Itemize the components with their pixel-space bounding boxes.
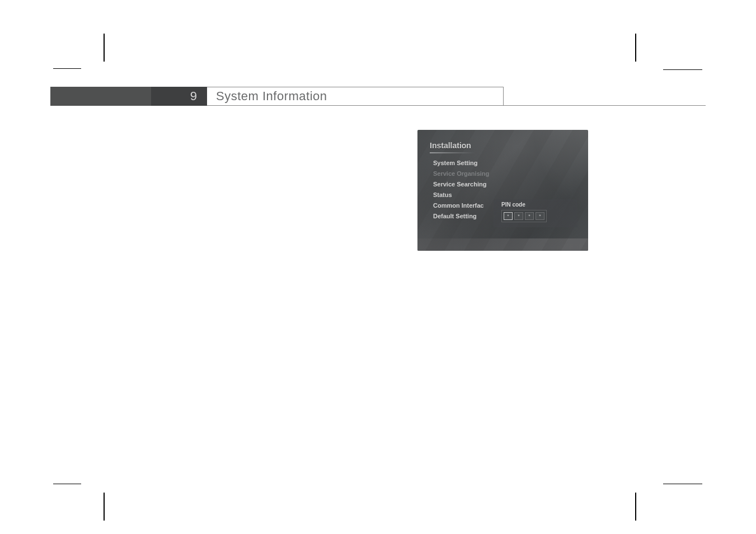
pin-digit-2[interactable]: * bbox=[514, 212, 523, 220]
section-title-label: System Information bbox=[216, 89, 327, 104]
menu-item-status[interactable]: Status bbox=[433, 190, 489, 200]
pin-code-label: PIN code bbox=[501, 202, 569, 208]
crop-mark bbox=[53, 68, 81, 69]
pin-digit-1[interactable]: * bbox=[504, 212, 513, 220]
menu-items: System Setting Service Organising Servic… bbox=[433, 158, 489, 222]
menu-item-common-interface[interactable]: Common Interfac bbox=[433, 200, 489, 211]
menu-underline bbox=[430, 152, 475, 153]
pin-digit-3[interactable]: * bbox=[525, 212, 534, 220]
section-number-box: 9 bbox=[151, 87, 207, 106]
pin-code-panel: PIN code * * * * bbox=[501, 202, 569, 222]
crop-mark bbox=[104, 493, 105, 521]
menu-item-system-setting[interactable]: System Setting bbox=[433, 158, 489, 168]
menu-item-default-setting[interactable]: Default Setting bbox=[433, 211, 489, 222]
crop-mark bbox=[53, 484, 81, 484]
header-rule bbox=[504, 105, 706, 106]
crop-mark bbox=[663, 484, 702, 484]
section-title: System Information bbox=[207, 87, 504, 106]
section-header: 9 System Information bbox=[50, 87, 706, 106]
crop-mark bbox=[635, 34, 636, 62]
menu-item-service-searching[interactable]: Service Searching bbox=[433, 179, 489, 190]
pin-input-group[interactable]: * * * * bbox=[501, 210, 547, 222]
crop-mark bbox=[663, 69, 702, 70]
installation-menu-screenshot: Installation System Setting Service Orga… bbox=[417, 130, 588, 251]
screenshot-footer-band bbox=[417, 238, 588, 251]
crop-mark bbox=[104, 34, 105, 62]
pin-digit-4[interactable]: * bbox=[536, 212, 544, 220]
header-dark-strip bbox=[50, 87, 151, 106]
section-number: 9 bbox=[190, 89, 197, 104]
crop-mark bbox=[635, 493, 636, 521]
menu-title: Installation bbox=[430, 141, 471, 150]
menu-item-service-organising: Service Organising bbox=[433, 168, 489, 179]
